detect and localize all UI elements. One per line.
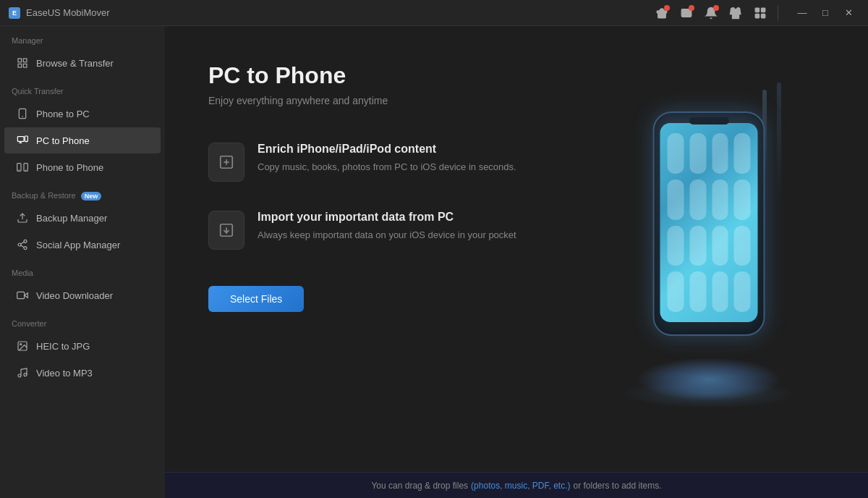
page-subtitle: Enjoy everything anywhere and anytime — [208, 95, 564, 106]
sidebar-item-label: Browse & Transfer — [36, 58, 114, 69]
heic-icon — [16, 339, 29, 353]
app-icon — [668, 271, 684, 312]
import-box-icon — [208, 211, 244, 250]
svg-point-32 — [18, 374, 21, 377]
backup-icon — [16, 211, 29, 224]
shirt-icon[interactable] — [726, 3, 746, 23]
svg-rect-4 — [762, 8, 765, 12]
svg-rect-29 — [17, 292, 25, 298]
phone-illustration-area — [593, 62, 825, 450]
phone-phone-icon — [16, 161, 29, 174]
app-icon — [689, 226, 706, 266]
svg-rect-9 — [18, 64, 22, 67]
sidebar-item-label: Phone to PC — [36, 109, 90, 119]
phone-screen — [660, 123, 758, 322]
sidebar-section-media: Media — [0, 258, 165, 282]
app-icon — [668, 180, 684, 220]
status-bar-link[interactable]: (photos, music, PDF, etc.) — [471, 481, 570, 491]
mp3-icon — [16, 366, 29, 379]
feature-text-import: Import your important data from PC Alway… — [258, 211, 516, 242]
sidebar-item-video-to-mp3[interactable]: Video to MP3 — [4, 360, 161, 386]
sidebar-item-pc-to-phone[interactable]: PC to Phone — [4, 127, 161, 153]
app-icon — [734, 133, 751, 174]
sidebar-item-social-app-manager[interactable]: Social App Manager — [4, 232, 161, 258]
svg-rect-6 — [762, 14, 765, 17]
svg-rect-13 — [17, 137, 24, 142]
app-icon — [689, 133, 706, 174]
svg-point-23 — [24, 240, 27, 242]
feature-card-enrich: Enrich iPhone/iPad/iPod content Copy mus… — [208, 143, 564, 182]
svg-rect-3 — [755, 8, 759, 12]
svg-line-26 — [21, 245, 25, 248]
feature-desc-import: Always keep important data on your iOS d… — [258, 228, 516, 242]
plus-box-icon — [208, 143, 244, 182]
bell-icon[interactable] — [701, 3, 721, 23]
app-icon — [668, 226, 684, 266]
sidebar-section-manager: Manager — [0, 26, 165, 49]
sidebar-section-converter: Converter — [0, 309, 165, 332]
content-body: PC to Phone Enjoy everything anywhere an… — [165, 26, 868, 472]
sidebar-item-label: Social App Manager — [36, 240, 120, 250]
sidebar-item-label: Phone to Phone — [36, 162, 103, 173]
video-icon — [16, 289, 29, 302]
svg-rect-7 — [18, 59, 22, 62]
title-bar-left: E EaseUS MobiMover — [9, 7, 110, 19]
app-icon — [712, 180, 728, 220]
sidebar-item-label: HEIC to JPG — [36, 341, 90, 352]
social-icon — [16, 238, 29, 251]
content-left: PC to Phone Enjoy everything anywhere an… — [208, 62, 564, 450]
sidebar-item-phone-to-phone[interactable]: Phone to Phone — [4, 154, 161, 180]
content-area: PC to Phone Enjoy everything anywhere an… — [165, 26, 868, 498]
svg-point-24 — [18, 243, 21, 246]
svg-rect-8 — [23, 59, 27, 62]
status-bar: You can drag & drop files (photos, music… — [165, 472, 868, 498]
sidebar-item-heic-to-jpg[interactable]: HEIC to JPG — [4, 333, 161, 359]
title-bar-right: — □ ✕ — [652, 3, 859, 23]
grid-icon — [16, 56, 29, 69]
phone-glow-2 — [622, 379, 796, 408]
sidebar-item-label: Video Downloader — [36, 290, 113, 301]
email-icon[interactable] — [676, 3, 697, 23]
app-icon — [734, 271, 751, 312]
gift-icon[interactable] — [652, 3, 672, 23]
sidebar-item-backup-manager[interactable]: Backup Manager — [4, 205, 161, 231]
svg-rect-10 — [23, 64, 27, 67]
sidebar-item-phone-to-pc[interactable]: Phone to PC — [4, 101, 161, 127]
dropdown-icon[interactable] — [750, 3, 770, 23]
svg-point-31 — [20, 344, 22, 345]
sidebar-item-video-downloader[interactable]: Video Downloader — [4, 282, 161, 308]
svg-point-25 — [24, 247, 27, 250]
sidebar-section-backup: Backup & Restore New — [0, 181, 165, 204]
sidebar-item-browse-transfer[interactable]: Browse & Transfer — [4, 50, 161, 76]
svg-rect-5 — [755, 14, 759, 17]
close-button[interactable]: ✕ — [838, 4, 859, 22]
status-text-before: You can drag & drop files — [371, 481, 468, 491]
app-icon — [689, 180, 706, 220]
feature-card-import: Import your important data from PC Alway… — [208, 211, 564, 250]
app-logo: E — [9, 7, 20, 19]
svg-rect-16 — [25, 136, 27, 141]
phone-notch — [689, 117, 729, 124]
svg-line-27 — [21, 242, 25, 244]
app-icon — [712, 133, 728, 174]
select-files-button[interactable]: Select Files — [208, 286, 304, 312]
pc-phone-icon — [16, 134, 29, 147]
svg-marker-28 — [25, 293, 28, 298]
svg-point-33 — [24, 374, 27, 376]
minimize-button[interactable]: — — [791, 4, 813, 22]
new-badge: New — [81, 192, 102, 201]
sidebar-item-label: PC to Phone — [36, 135, 90, 146]
maximize-button[interactable]: □ — [814, 4, 836, 22]
title-bar: E EaseUS MobiMover — [0, 0, 868, 26]
app-icon — [712, 226, 728, 266]
phone-illustration — [615, 97, 803, 415]
sidebar-item-label: Video to MP3 — [36, 368, 93, 379]
page-title: PC to Phone — [208, 62, 564, 89]
app-icon — [668, 133, 684, 174]
main-layout: Manager Browse & Transfer Quick Transfer… — [0, 26, 868, 498]
app-icon — [689, 271, 706, 312]
sidebar-section-quick-transfer: Quick Transfer — [0, 77, 165, 100]
sidebar: Manager Browse & Transfer Quick Transfer… — [0, 26, 165, 498]
light-beam-1 — [777, 83, 781, 198]
sidebar-item-label: Backup Manager — [36, 213, 107, 224]
